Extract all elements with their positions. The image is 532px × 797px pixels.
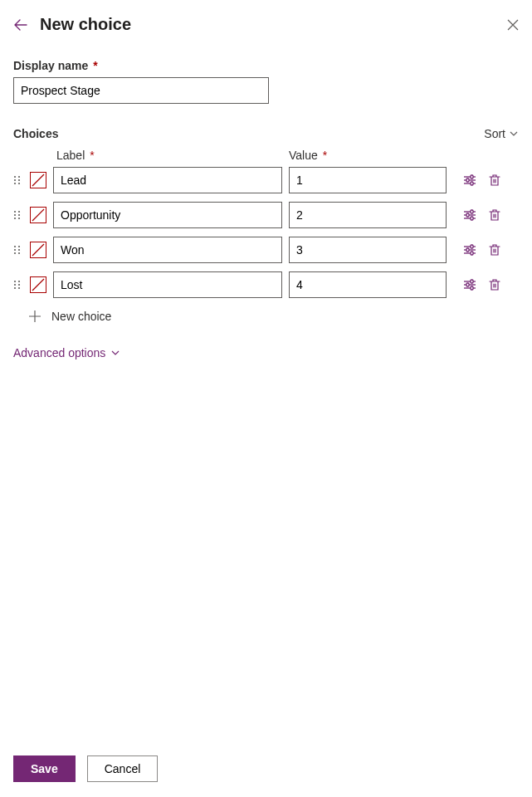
svg-point-39 [14,281,16,282]
chevron-down-icon [509,129,519,139]
svg-rect-47 [471,280,473,283]
svg-point-0 [14,176,16,178]
advanced-options-label: Advanced options [13,346,105,359]
sliders-icon [463,174,476,187]
svg-rect-51 [471,286,473,290]
required-asterisk: * [86,149,94,162]
panel-title: New choice [40,15,131,34]
display-name-field: Display name * [13,59,519,104]
sliders-icon [463,243,476,257]
new-choice-button[interactable]: New choice [28,310,519,323]
choice-value-input[interactable] [289,167,447,193]
svg-point-3 [18,179,20,181]
display-name-label-text: Display name [13,59,88,72]
advanced-options-link[interactable]: Advanced options [13,346,519,359]
choice-rows-container [13,167,519,298]
settings-button[interactable] [463,243,476,257]
choices-title: Choices [13,127,58,140]
sliders-icon [463,208,476,222]
header-left: New choice [13,15,131,34]
svg-point-42 [18,284,20,286]
display-name-input[interactable] [13,77,269,104]
svg-point-18 [18,218,20,219]
svg-line-45 [32,279,44,291]
required-asterisk: * [90,59,97,72]
choice-label-input[interactable] [53,202,282,228]
grip-icon [13,209,22,221]
save-button[interactable]: Save [13,755,76,782]
grip-icon [13,279,22,291]
color-swatch[interactable] [30,242,46,258]
no-color-icon [31,242,46,257]
label-column-header: Label * [56,149,289,162]
color-swatch[interactable] [30,172,46,188]
close-button[interactable] [507,19,519,31]
row-actions [463,174,501,187]
choice-row [13,271,519,298]
svg-rect-12 [471,182,473,185]
choice-label-input[interactable] [53,271,282,298]
svg-point-13 [14,211,16,213]
no-color-icon [31,173,46,188]
grip-icon [13,174,22,186]
choice-value-input[interactable] [289,271,447,298]
svg-point-41 [14,284,16,286]
panel-header: New choice [13,15,519,34]
choice-label-input[interactable] [53,237,282,263]
row-actions [463,278,501,291]
no-color-icon [31,208,46,222]
delete-button[interactable] [488,174,501,187]
choice-row [13,202,519,228]
choice-label-input[interactable] [53,167,282,193]
choice-value-input[interactable] [289,202,447,228]
drag-handle[interactable] [13,174,23,186]
color-swatch[interactable] [30,276,46,293]
svg-line-19 [32,209,44,221]
svg-point-28 [14,249,16,251]
required-asterisk: * [320,149,327,162]
no-color-icon [31,277,46,292]
delete-button[interactable] [488,208,501,222]
delete-button[interactable] [488,243,501,257]
choice-columns-header: Label * Value * [56,149,519,162]
display-name-label: Display name * [13,59,519,72]
cancel-button[interactable]: Cancel [87,755,159,782]
svg-rect-25 [471,217,473,220]
back-button[interactable] [13,17,28,32]
svg-line-32 [32,244,44,256]
svg-rect-36 [466,248,469,252]
settings-button[interactable] [463,174,476,187]
svg-point-2 [14,179,16,181]
svg-point-4 [14,183,16,184]
trash-icon [488,208,501,222]
sort-button[interactable]: Sort [484,127,519,140]
svg-point-1 [18,176,20,178]
drag-handle[interactable] [13,244,23,256]
svg-point-16 [18,214,20,216]
svg-rect-34 [471,245,473,248]
trash-icon [488,278,501,291]
drag-handle[interactable] [13,279,23,291]
svg-point-5 [18,183,20,184]
panel-footer: Save Cancel [13,755,158,782]
choice-value-input[interactable] [289,237,447,263]
svg-point-44 [18,287,20,289]
svg-point-43 [14,287,16,289]
svg-rect-23 [466,213,469,217]
svg-point-40 [18,281,20,282]
sliders-icon [463,278,476,291]
drag-handle[interactable] [13,209,23,221]
svg-point-17 [14,218,16,219]
delete-button[interactable] [488,278,501,291]
close-icon [507,19,519,31]
svg-line-6 [32,174,44,186]
svg-point-14 [18,211,20,213]
svg-point-29 [18,249,20,251]
svg-rect-21 [471,210,473,213]
svg-rect-49 [466,283,469,286]
settings-button[interactable] [463,208,476,222]
row-actions [463,208,501,222]
settings-button[interactable] [463,278,476,291]
color-swatch[interactable] [30,207,46,223]
svg-rect-38 [471,252,473,255]
